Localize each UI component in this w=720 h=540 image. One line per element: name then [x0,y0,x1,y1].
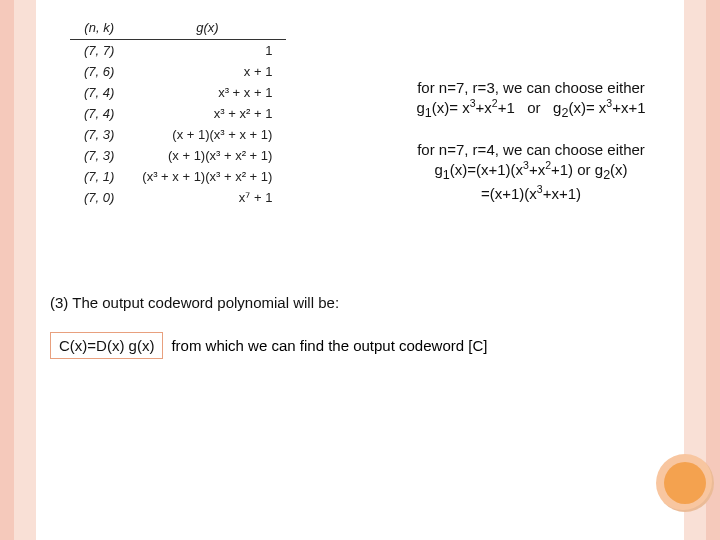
cell-nk: (7, 3) [70,145,128,166]
formula-rest: from which we can find the output codewo… [171,337,487,354]
cell-nk: (7, 1) [70,166,128,187]
note-r4-line2: g1(x)=(x+1)(x3+x2+1) or g2(x) [382,160,680,184]
table-row: (7, 3)(x + 1)(x³ + x² + 1) [70,145,286,166]
cell-g: (x³ + x + 1)(x³ + x² + 1) [128,166,286,187]
section-3-heading: (3) The output codeword polynomial will … [50,294,339,311]
cell-g: (x + 1)(x³ + x² + 1) [128,145,286,166]
cell-nk: (7, 3) [70,124,128,145]
cell-g: x³ + x² + 1 [128,103,286,124]
decor-stripe-right-outer [706,0,720,540]
note-r3-line1: for n=7, r=3, we can choose either [382,78,680,98]
decor-stripe-left-inner [14,0,36,540]
table-row: (7, 0)x⁷ + 1 [70,187,286,208]
decor-stripe-left-outer [0,0,14,540]
note-r3-line2: g1(x)= x3+x2+1 or g2(x)= x3+x+1 [382,98,680,122]
cell-g: x³ + x + 1 [128,82,286,103]
cell-nk: (7, 4) [70,82,128,103]
table-header-g: g(x) [128,18,286,40]
cell-g: x⁷ + 1 [128,187,286,208]
cell-nk: (7, 4) [70,103,128,124]
decor-circle-inner [664,462,706,504]
note-r4: for n=7, r=4, we can choose either g1(x)… [382,140,680,204]
table-row: (7, 6)x + 1 [70,61,286,82]
table-row: (7, 4)x³ + x² + 1 [70,103,286,124]
cell-nk: (7, 6) [70,61,128,82]
table-row: (7, 1)(x³ + x + 1)(x³ + x² + 1) [70,166,286,187]
slide-content: (n, k) g(x) (7, 7)1 (7, 6)x + 1 (7, 4)x³… [36,0,684,540]
cell-nk: (7, 0) [70,187,128,208]
table-row: (7, 7)1 [70,40,286,62]
cell-g: x + 1 [128,61,286,82]
table-header-nk: (n, k) [70,18,128,40]
note-r3: for n=7, r=3, we can choose either g1(x)… [382,78,680,122]
note-r4-line1: for n=7, r=4, we can choose either [382,140,680,160]
cell-g: 1 [128,40,286,62]
table-row: (7, 4)x³ + x + 1 [70,82,286,103]
table-row: (7, 3)(x + 1)(x³ + x + 1) [70,124,286,145]
cell-g: (x + 1)(x³ + x + 1) [128,124,286,145]
formula-box: C(x)=D(x) g(x) [50,332,163,359]
formula-row: C(x)=D(x) g(x) from which we can find th… [50,332,487,359]
note-r4-line3: =(x+1)(x3+x+1) [382,184,680,204]
cell-nk: (7, 7) [70,40,128,62]
generator-poly-table: (n, k) g(x) (7, 7)1 (7, 6)x + 1 (7, 4)x³… [70,18,286,208]
